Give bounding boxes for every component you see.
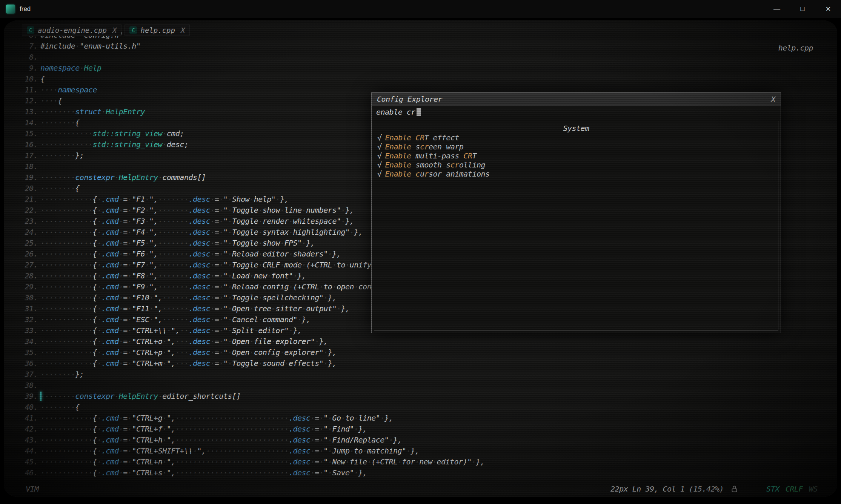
code-token: , bbox=[171, 435, 175, 444]
code-token: ············ bbox=[40, 271, 93, 280]
tab-close-button[interactable]: X bbox=[181, 26, 185, 34]
code-token: "F11 bbox=[132, 304, 149, 313]
code-token: · bbox=[97, 304, 101, 313]
code-token: }, bbox=[345, 217, 354, 226]
code-token: · bbox=[219, 348, 223, 357]
code-token: " bbox=[167, 424, 171, 433]
code-token: .cmd bbox=[101, 326, 119, 335]
code-token: ········ bbox=[40, 107, 75, 116]
code-token: · bbox=[162, 435, 167, 444]
code-line[interactable]: 41.············{·.cmd·=·"CTRL+g·",······… bbox=[4, 413, 837, 424]
code-token: = bbox=[123, 304, 128, 313]
code-line[interactable]: 39.········constexpr·HelpEntry·editor_sh… bbox=[4, 391, 837, 402]
popup-titlebar[interactable]: Config Explorer X bbox=[372, 93, 781, 106]
code-token: namespace bbox=[40, 63, 80, 72]
code-token: struct bbox=[75, 107, 101, 116]
code-line[interactable]: 46.············{·.cmd·=·"CTRL+s·",······… bbox=[4, 467, 837, 478]
code-line[interactable]: 35.············{·.cmd·=·"CTRL+p·",···.de… bbox=[4, 347, 837, 358]
code-token: .desc bbox=[188, 359, 210, 368]
line-content: ············{·.cmd·=·"CTRL+\\·",··.desc·… bbox=[40, 325, 302, 336]
close-button[interactable]: ✕ bbox=[815, 0, 841, 18]
config-option-row[interactable]: √Enable CRT effect bbox=[374, 133, 778, 142]
code-token: · bbox=[258, 282, 263, 291]
code-token: Open bbox=[232, 348, 249, 357]
checkbox-checked-icon[interactable]: √ bbox=[377, 160, 382, 169]
code-token: }, bbox=[345, 206, 354, 215]
code-line[interactable]: 9.namespace·Help bbox=[4, 63, 837, 74]
code-line[interactable]: 43.············{·.cmd·=·"CTRL+h·",······… bbox=[4, 435, 837, 446]
checkbox-checked-icon[interactable]: √ bbox=[377, 133, 382, 142]
checkbox-checked-icon[interactable]: √ bbox=[377, 169, 382, 178]
code-token: " bbox=[149, 238, 154, 247]
code-token: Find" bbox=[332, 424, 354, 433]
config-search-input[interactable]: enable cr bbox=[372, 106, 781, 118]
code-token: { bbox=[93, 293, 97, 302]
code-token: = bbox=[123, 206, 128, 215]
code-token: = bbox=[123, 260, 128, 269]
code-token: · bbox=[337, 304, 341, 313]
code-token: .cmd bbox=[101, 271, 119, 280]
code-line[interactable]: 8. bbox=[4, 52, 837, 63]
code-line[interactable]: 37.········}; bbox=[4, 369, 837, 380]
code-token: · bbox=[97, 359, 101, 368]
minimize-button[interactable]: — bbox=[764, 0, 790, 18]
config-option-row[interactable]: √Enable multi-pass CRT bbox=[374, 151, 778, 160]
code-token: { bbox=[93, 206, 97, 215]
code-token: { bbox=[40, 74, 45, 83]
code-token: · bbox=[328, 413, 332, 423]
code-line[interactable]: 42.············{·.cmd·=·"CTRL+f·",······… bbox=[4, 424, 837, 435]
code-token: .cmd bbox=[101, 238, 119, 247]
code-token: · bbox=[145, 271, 149, 280]
config-option-row[interactable]: √Enable cursor animations bbox=[374, 169, 778, 178]
code-line[interactable]: 7.#include·"enum-utils.h" bbox=[4, 41, 837, 52]
code-line[interactable]: 44.············{·.cmd·=·"CTRL+SHIFT+\\·"… bbox=[4, 446, 837, 456]
code-line[interactable]: 40.········{ bbox=[4, 402, 837, 413]
code-token: .desc bbox=[289, 446, 311, 455]
checkbox-checked-icon[interactable]: √ bbox=[377, 142, 382, 151]
checkbox-checked-icon[interactable]: √ bbox=[377, 151, 382, 160]
code-token: · bbox=[219, 206, 223, 215]
maximize-button[interactable]: □ bbox=[790, 0, 815, 18]
code-token: · bbox=[128, 446, 132, 455]
code-token: · bbox=[280, 238, 284, 247]
code-token: .desc bbox=[188, 348, 210, 357]
code-token: = bbox=[123, 271, 128, 280]
code-token: ············ bbox=[40, 337, 93, 346]
config-option-row[interactable]: √Enable screen warp bbox=[374, 142, 778, 151]
code-token: ······· bbox=[158, 249, 189, 258]
code-line[interactable]: 36.············{·.cmd·=·"CTRL+m·",···.de… bbox=[4, 358, 837, 369]
code-token: · bbox=[119, 304, 123, 313]
code-token: ···· bbox=[40, 85, 58, 94]
code-token: · bbox=[406, 446, 411, 455]
code-token: " bbox=[171, 326, 175, 335]
code-line[interactable]: 10.{ bbox=[4, 74, 837, 85]
popup-close-button[interactable]: X bbox=[771, 95, 775, 104]
code-line[interactable]: 38. bbox=[4, 380, 837, 391]
tab-help.cpp[interactable]: Chelp.cppX bbox=[125, 25, 190, 36]
tab-audio-engine.cpp[interactable]: Caudio-engine.cppX bbox=[22, 25, 121, 36]
line-content: ············{·.cmd·=·"CTRL+n·",·········… bbox=[40, 456, 484, 467]
line-number: 39. bbox=[4, 391, 38, 402]
code-token: , bbox=[171, 468, 175, 477]
code-token: · bbox=[210, 260, 215, 269]
code-token: show bbox=[263, 206, 280, 215]
code-token: output" bbox=[306, 304, 337, 313]
code-token: · bbox=[210, 304, 215, 313]
tab-close-button[interactable]: X bbox=[112, 26, 117, 34]
code-token: · bbox=[119, 348, 123, 357]
code-token: = bbox=[123, 282, 128, 291]
config-option-text: Enable bbox=[385, 169, 411, 178]
code-token: · bbox=[145, 195, 149, 204]
code-token: "CTRL+n bbox=[132, 457, 162, 466]
code-token: = bbox=[315, 435, 319, 444]
code-token: Find/Replace" bbox=[332, 435, 389, 444]
code-token: file bbox=[254, 337, 271, 346]
code-token: · bbox=[389, 435, 393, 444]
code-line[interactable]: 45.············{·.cmd·=·"CTRL+n·",······… bbox=[4, 456, 837, 467]
code-token: · bbox=[319, 435, 324, 444]
code-token: · bbox=[128, 348, 132, 357]
code-token: .cmd bbox=[101, 315, 119, 324]
code-token: , bbox=[171, 424, 175, 433]
config-option-row[interactable]: √Enable smooth scrolling bbox=[374, 160, 778, 169]
code-line[interactable]: 34.············{·.cmd·=·"CTRL+o·",···.de… bbox=[4, 336, 837, 347]
